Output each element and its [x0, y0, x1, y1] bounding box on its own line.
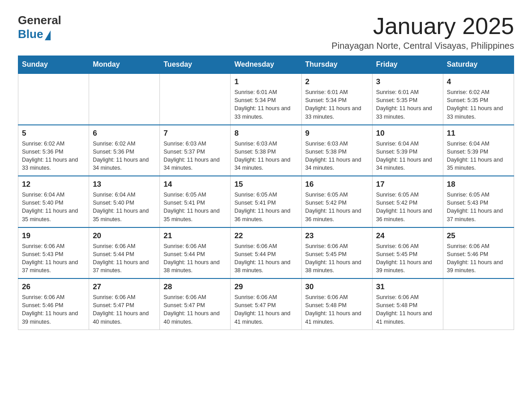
day-number: 18 — [447, 180, 510, 189]
logo-general-text: General — [18, 13, 61, 27]
calendar-header-saturday: Saturday — [443, 56, 514, 74]
day-info: Sunrise: 6:06 AM Sunset: 5:48 PM Dayligh… — [305, 293, 369, 326]
calendar-cell: 8Sunrise: 6:03 AM Sunset: 5:38 PM Daylig… — [231, 125, 301, 176]
calendar-week-row: 1Sunrise: 6:01 AM Sunset: 5:34 PM Daylig… — [18, 73, 514, 125]
calendar-cell: 4Sunrise: 6:02 AM Sunset: 5:35 PM Daylig… — [443, 73, 514, 125]
day-number: 17 — [376, 180, 439, 189]
day-number: 25 — [447, 231, 510, 240]
day-info: Sunrise: 6:06 AM Sunset: 5:47 PM Dayligh… — [93, 293, 156, 326]
calendar-cell: 12Sunrise: 6:04 AM Sunset: 5:40 PM Dayli… — [18, 176, 89, 227]
day-info: Sunrise: 6:01 AM Sunset: 5:35 PM Dayligh… — [376, 88, 439, 121]
calendar-table: SundayMondayTuesdayWednesdayThursdayFrid… — [18, 56, 514, 330]
calendar-cell: 2Sunrise: 6:01 AM Sunset: 5:34 PM Daylig… — [301, 73, 372, 125]
day-number: 28 — [163, 283, 227, 291]
calendar-cell: 20Sunrise: 6:06 AM Sunset: 5:44 PM Dayli… — [89, 227, 160, 279]
calendar-header-thursday: Thursday — [301, 56, 372, 74]
day-info: Sunrise: 6:06 AM Sunset: 5:48 PM Dayligh… — [376, 293, 439, 326]
calendar-cell: 19Sunrise: 6:06 AM Sunset: 5:43 PM Dayli… — [18, 227, 89, 279]
day-number: 3 — [376, 77, 439, 86]
day-info: Sunrise: 6:06 AM Sunset: 5:43 PM Dayligh… — [22, 242, 85, 275]
calendar-cell: 23Sunrise: 6:06 AM Sunset: 5:45 PM Dayli… — [301, 227, 372, 279]
logo-triangle-icon — [45, 30, 51, 40]
calendar-header-monday: Monday — [89, 56, 160, 74]
calendar-cell: 3Sunrise: 6:01 AM Sunset: 5:35 PM Daylig… — [372, 73, 443, 125]
day-number: 5 — [22, 129, 85, 138]
day-info: Sunrise: 6:04 AM Sunset: 5:40 PM Dayligh… — [93, 191, 156, 223]
calendar-week-row: 12Sunrise: 6:04 AM Sunset: 5:40 PM Dayli… — [18, 176, 514, 227]
day-number: 14 — [163, 180, 227, 189]
day-number: 24 — [376, 231, 439, 240]
day-info: Sunrise: 6:06 AM Sunset: 5:44 PM Dayligh… — [163, 242, 227, 275]
calendar-cell — [443, 278, 514, 330]
day-info: Sunrise: 6:04 AM Sunset: 5:40 PM Dayligh… — [22, 191, 85, 223]
day-number: 22 — [234, 231, 297, 240]
calendar-cell: 22Sunrise: 6:06 AM Sunset: 5:44 PM Dayli… — [231, 227, 301, 279]
day-number: 20 — [93, 231, 156, 240]
day-info: Sunrise: 6:02 AM Sunset: 5:36 PM Dayligh… — [22, 140, 85, 172]
day-info: Sunrise: 6:06 AM Sunset: 5:44 PM Dayligh… — [93, 242, 156, 275]
logo: General Blue — [18, 13, 61, 41]
day-info: Sunrise: 6:03 AM Sunset: 5:37 PM Dayligh… — [163, 140, 227, 172]
calendar-cell: 29Sunrise: 6:06 AM Sunset: 5:47 PM Dayli… — [231, 278, 301, 330]
day-info: Sunrise: 6:01 AM Sunset: 5:34 PM Dayligh… — [305, 88, 369, 121]
calendar-cell: 7Sunrise: 6:03 AM Sunset: 5:37 PM Daylig… — [160, 125, 231, 176]
day-info: Sunrise: 6:03 AM Sunset: 5:38 PM Dayligh… — [234, 140, 297, 172]
day-info: Sunrise: 6:03 AM Sunset: 5:38 PM Dayligh… — [305, 140, 369, 172]
calendar-cell: 24Sunrise: 6:06 AM Sunset: 5:45 PM Dayli… — [372, 227, 443, 279]
day-number: 8 — [234, 129, 297, 138]
day-number: 11 — [447, 129, 510, 138]
day-info: Sunrise: 6:02 AM Sunset: 5:35 PM Dayligh… — [447, 88, 510, 121]
day-info: Sunrise: 6:06 AM Sunset: 5:45 PM Dayligh… — [305, 242, 369, 275]
day-number: 4 — [447, 77, 510, 86]
day-number: 21 — [163, 231, 227, 240]
day-number: 29 — [234, 283, 297, 291]
calendar-week-row: 26Sunrise: 6:06 AM Sunset: 5:46 PM Dayli… — [18, 278, 514, 330]
day-number: 13 — [93, 180, 156, 189]
day-number: 19 — [22, 231, 85, 240]
day-number: 27 — [93, 283, 156, 291]
day-number: 10 — [376, 129, 439, 138]
day-number: 30 — [305, 283, 369, 291]
calendar-cell: 28Sunrise: 6:06 AM Sunset: 5:47 PM Dayli… — [160, 278, 231, 330]
calendar-header-wednesday: Wednesday — [231, 56, 301, 74]
day-info: Sunrise: 6:05 AM Sunset: 5:42 PM Dayligh… — [305, 191, 369, 223]
calendar-cell: 15Sunrise: 6:05 AM Sunset: 5:41 PM Dayli… — [231, 176, 301, 227]
calendar-cell: 26Sunrise: 6:06 AM Sunset: 5:46 PM Dayli… — [18, 278, 89, 330]
day-number: 12 — [22, 180, 85, 189]
calendar-cell — [160, 73, 231, 125]
day-info: Sunrise: 6:06 AM Sunset: 5:44 PM Dayligh… — [234, 242, 297, 275]
calendar-week-row: 5Sunrise: 6:02 AM Sunset: 5:36 PM Daylig… — [18, 125, 514, 176]
day-number: 1 — [234, 77, 297, 86]
calendar-cell: 25Sunrise: 6:06 AM Sunset: 5:46 PM Dayli… — [443, 227, 514, 279]
calendar-cell: 14Sunrise: 6:05 AM Sunset: 5:41 PM Dayli… — [160, 176, 231, 227]
calendar-cell: 5Sunrise: 6:02 AM Sunset: 5:36 PM Daylig… — [18, 125, 89, 176]
day-number: 26 — [22, 283, 85, 291]
calendar-header-row: SundayMondayTuesdayWednesdayThursdayFrid… — [18, 56, 514, 74]
calendar-cell: 31Sunrise: 6:06 AM Sunset: 5:48 PM Dayli… — [372, 278, 443, 330]
calendar-cell: 1Sunrise: 6:01 AM Sunset: 5:34 PM Daylig… — [231, 73, 301, 125]
day-info: Sunrise: 6:05 AM Sunset: 5:41 PM Dayligh… — [163, 191, 227, 223]
calendar-header-sunday: Sunday — [18, 56, 89, 74]
calendar-cell: 21Sunrise: 6:06 AM Sunset: 5:44 PM Dayli… — [160, 227, 231, 279]
day-info: Sunrise: 6:04 AM Sunset: 5:39 PM Dayligh… — [376, 140, 439, 172]
calendar-cell: 17Sunrise: 6:05 AM Sunset: 5:42 PM Dayli… — [372, 176, 443, 227]
day-number: 31 — [376, 283, 439, 291]
day-info: Sunrise: 6:06 AM Sunset: 5:47 PM Dayligh… — [163, 293, 227, 326]
title-section: January 2025 Pinayagan Norte, Central Vi… — [331, 13, 514, 51]
calendar-cell: 18Sunrise: 6:05 AM Sunset: 5:43 PM Dayli… — [443, 176, 514, 227]
day-info: Sunrise: 6:04 AM Sunset: 5:39 PM Dayligh… — [447, 140, 510, 172]
calendar-cell: 6Sunrise: 6:02 AM Sunset: 5:36 PM Daylig… — [89, 125, 160, 176]
day-info: Sunrise: 6:02 AM Sunset: 5:36 PM Dayligh… — [93, 140, 156, 172]
calendar-header-friday: Friday — [372, 56, 443, 74]
location-subtitle: Pinayagan Norte, Central Visayas, Philip… — [331, 41, 514, 51]
day-info: Sunrise: 6:06 AM Sunset: 5:46 PM Dayligh… — [447, 242, 510, 275]
day-number: 15 — [234, 180, 297, 189]
day-number: 16 — [305, 180, 369, 189]
day-info: Sunrise: 6:06 AM Sunset: 5:46 PM Dayligh… — [22, 293, 85, 326]
calendar-cell: 10Sunrise: 6:04 AM Sunset: 5:39 PM Dayli… — [372, 125, 443, 176]
logo-blue-text: Blue — [18, 27, 43, 41]
page-header: General Blue January 2025 Pinayagan Nort… — [18, 13, 514, 51]
day-number: 7 — [163, 129, 227, 138]
calendar-cell — [89, 73, 160, 125]
calendar-cell: 27Sunrise: 6:06 AM Sunset: 5:47 PM Dayli… — [89, 278, 160, 330]
